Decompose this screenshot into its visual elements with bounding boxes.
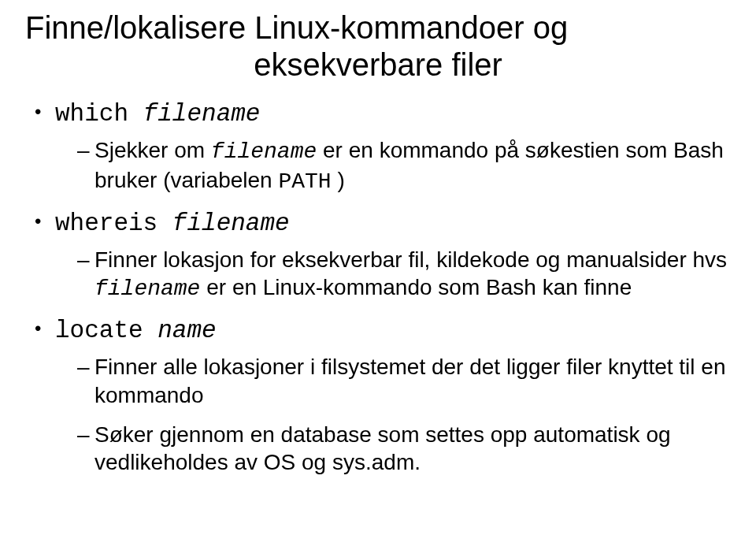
bullet-locate: locate name Finner alle lokasjoner i fil… (35, 314, 731, 477)
text: er en Linux-kommando som Bash kan finne (200, 275, 632, 299)
slide: Finne/lokalisere Linux-kommandoer og eks… (0, 0, 756, 535)
sub-item: Sjekker om filename er en kommando på sø… (77, 136, 731, 196)
sub-item: Finner lokasjon for eksekverbar fil, kil… (77, 246, 731, 304)
title-line-1: Finne/lokalisere Linux-kommandoer og (25, 9, 731, 46)
text: Finner lokasjon for eksekverbar fil, kil… (94, 247, 727, 272)
arg-locate: name (158, 317, 216, 344)
sub-list: Sjekker om filename er en kommando på sø… (55, 136, 731, 196)
arg-whereis: filename (172, 210, 290, 237)
bullet-whereis: whereis filename Finner lokasjon for eks… (35, 207, 731, 303)
bullet-list: which filename Sjekker om filename er en… (25, 98, 731, 477)
cmd-locate: locate (55, 317, 158, 344)
bullet-which: which filename Sjekker om filename er en… (35, 98, 731, 195)
cmd-which: which (55, 100, 143, 128)
cmd-whereis: whereis (55, 210, 172, 237)
slide-title: Finne/lokalisere Linux-kommandoer og eks… (25, 9, 731, 84)
code: PATH (278, 169, 331, 194)
text: Sjekker om (94, 138, 211, 162)
text: ) (332, 168, 345, 192)
sub-item: Finner alle lokasjoner i filsystemet der… (77, 353, 731, 410)
text: Søker gjennom en database som settes opp… (94, 422, 671, 475)
title-line-2: eksekverbare filer (25, 46, 731, 84)
text: Finner alle lokasjoner i filsystemet der… (94, 355, 725, 407)
code: filename (211, 139, 317, 164)
sub-list: Finner lokasjon for eksekverbar fil, kil… (55, 246, 731, 304)
arg-which: filename (143, 100, 261, 128)
sub-item: Søker gjennom en database som settes opp… (77, 421, 731, 477)
sub-list: Finner alle lokasjoner i filsystemet der… (55, 353, 731, 477)
code: filename (94, 277, 200, 301)
